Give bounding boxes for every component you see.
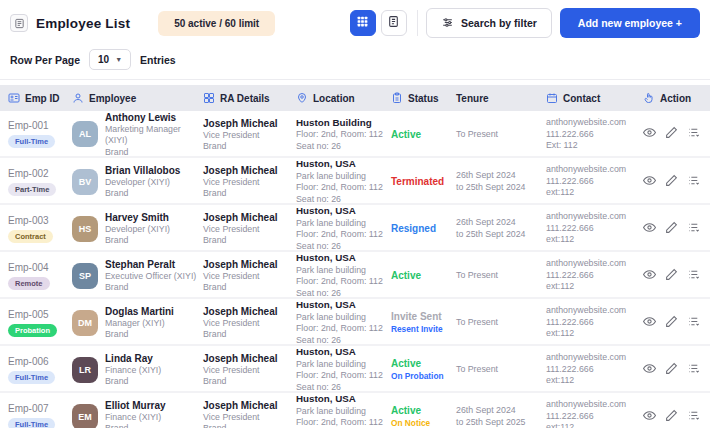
location-lines: Park lane buildingFloor: 2nd, Room: 112S… bbox=[296, 265, 391, 299]
employee-cell: LR Linda Ray Finance (XIYI) Brand bbox=[72, 352, 203, 388]
tenure-cell: 26th Sept 2024to 25th Sept 2024 bbox=[456, 217, 546, 240]
status-sub-link[interactable]: Resent Invite bbox=[391, 324, 456, 335]
status-cell: Resigned bbox=[391, 222, 456, 236]
employee-info: Brian Villalobos Developer (XIYI) Brand bbox=[105, 164, 180, 200]
ra-details-cell: Joseph Micheal Vice President Brand bbox=[203, 211, 296, 247]
edit-button[interactable] bbox=[665, 221, 678, 237]
emp-id-cell: Emp-003 Contract bbox=[8, 215, 72, 243]
employee-info: Doglas Martini Manager (XIYI) Brand bbox=[105, 305, 174, 341]
employee-name[interactable]: Brian Villalobos bbox=[105, 164, 180, 177]
tenure-cell: 26th Sept 2024to 25th Sept 2024 bbox=[456, 170, 546, 193]
employee-name[interactable]: Doglas Martini bbox=[105, 305, 174, 318]
ra-details-cell: Joseph Micheal Vice President Brand bbox=[203, 305, 296, 341]
view-button[interactable] bbox=[643, 174, 656, 190]
location-cell: Huston, USA Park lane buildingFloor: 2nd… bbox=[296, 299, 391, 346]
column-header-label: Contact bbox=[563, 93, 600, 104]
more-options-button[interactable] bbox=[687, 315, 700, 331]
view-button[interactable] bbox=[643, 268, 656, 284]
list-view-button[interactable] bbox=[381, 10, 407, 36]
clipboard-icon bbox=[391, 92, 403, 104]
location-lines: Park lane buildingFloor: 2nd, Room: 112S… bbox=[296, 359, 391, 393]
eye-icon bbox=[643, 268, 656, 284]
more-options-button[interactable] bbox=[687, 362, 700, 378]
edit-button[interactable] bbox=[665, 409, 678, 425]
employee-name[interactable]: Stephan Peralt bbox=[105, 258, 196, 271]
column-header: Status bbox=[391, 92, 456, 104]
view-button[interactable] bbox=[643, 315, 656, 331]
employee-dept: Brand bbox=[105, 147, 199, 158]
ra-role: Vice President bbox=[203, 224, 296, 235]
status-cell: Active On Notice bbox=[391, 404, 456, 428]
status-label: Active bbox=[391, 128, 456, 142]
avatar: DM bbox=[72, 310, 98, 336]
table-row: Emp-003 Contract HS Harvey Smith Develop… bbox=[0, 205, 710, 252]
employment-type-badge: Contract bbox=[8, 230, 53, 243]
ra-dept: Brand bbox=[203, 188, 296, 199]
ra-details-cell: Joseph Micheal Vice President Brand bbox=[203, 164, 296, 200]
employment-type-badge: Part-Time bbox=[8, 183, 56, 196]
view-button[interactable] bbox=[643, 126, 656, 142]
employee-name[interactable]: Harvey Smith bbox=[105, 211, 170, 224]
more-options-button[interactable] bbox=[687, 126, 700, 142]
employment-type-badge: Full-Time bbox=[8, 371, 55, 384]
employee-cell: AL Anthony Lewis Marketing Manager (XIYI… bbox=[72, 111, 203, 158]
edit-button[interactable] bbox=[665, 126, 678, 142]
grid-view-button[interactable] bbox=[350, 10, 376, 36]
avatar: BV bbox=[72, 169, 98, 195]
ra-name: Joseph Micheal bbox=[203, 117, 296, 130]
employee-name[interactable]: Anthony Lewis bbox=[105, 111, 199, 124]
ra-details-cell: Joseph Micheal Vice President Brand bbox=[203, 352, 296, 388]
more-options-button[interactable] bbox=[687, 174, 700, 190]
employee-name[interactable]: Linda Ray bbox=[105, 352, 161, 365]
ra-role: Vice President bbox=[203, 177, 296, 188]
view-button[interactable] bbox=[643, 362, 656, 378]
edit-button[interactable] bbox=[665, 268, 678, 284]
ra-dept: Brand bbox=[203, 376, 296, 387]
status-sub-link[interactable]: On Probation bbox=[391, 371, 456, 382]
location-title: Huston, USA bbox=[296, 393, 391, 406]
more-options-button[interactable] bbox=[687, 221, 700, 237]
grid-view-icon bbox=[356, 15, 369, 31]
action-cell bbox=[643, 174, 710, 190]
entries-label: Entries bbox=[140, 54, 176, 66]
edit-button[interactable] bbox=[665, 362, 678, 378]
employee-list-page: Employee List 50 active / 60 limit bbox=[0, 0, 710, 428]
title-wrap: Employee List bbox=[10, 14, 130, 32]
more-options-button[interactable] bbox=[687, 268, 700, 284]
ra-role: Vice President bbox=[203, 130, 296, 141]
emp-id-cell: Emp-005 Probation bbox=[8, 309, 72, 337]
edit-button[interactable] bbox=[665, 174, 678, 190]
more-options-button[interactable] bbox=[687, 409, 700, 425]
status-cell: Terminated bbox=[391, 175, 456, 189]
column-header-label: Tenure bbox=[456, 93, 489, 104]
ra-details-cell: Joseph Micheal Vice President Brand bbox=[203, 117, 296, 153]
employee-info: Stephan Peralt Executive Officer (XIYI) … bbox=[105, 258, 196, 294]
view-button[interactable] bbox=[643, 221, 656, 237]
emp-id-cell: Emp-004 Remote bbox=[8, 262, 72, 290]
table-body: Emp-001 Full-Time AL Anthony Lewis Marke… bbox=[0, 111, 710, 428]
chevron-down-icon: ▼ bbox=[115, 56, 122, 63]
emp-id: Emp-002 bbox=[8, 168, 49, 179]
avatar: AL bbox=[72, 121, 98, 147]
employment-type-badge: Remote bbox=[8, 277, 50, 290]
status-cell: Active bbox=[391, 128, 456, 142]
page-size-value: 10 bbox=[98, 54, 109, 65]
location-title: Huston, USA bbox=[296, 299, 391, 312]
page-size-select[interactable]: 10 ▼ bbox=[89, 49, 131, 70]
edit-button[interactable] bbox=[665, 315, 678, 331]
status-label: Active bbox=[391, 404, 456, 418]
pencil-icon bbox=[665, 315, 678, 331]
employee-name[interactable]: Elliot Murray bbox=[105, 399, 166, 412]
avatar: EM bbox=[72, 404, 98, 428]
add-new-employee-button[interactable]: Add new employee + bbox=[560, 8, 700, 38]
view-button[interactable] bbox=[643, 409, 656, 425]
status-label: Active bbox=[391, 269, 456, 283]
list-dropdown-icon bbox=[687, 362, 700, 378]
emp-id-cell: Emp-002 Part-Time bbox=[8, 168, 72, 196]
employee-role: Marketing Manager (XIYI) bbox=[105, 124, 199, 147]
employee-role: Developer (XIYI) bbox=[105, 177, 180, 188]
search-by-filter-button[interactable]: Search by filter bbox=[426, 8, 552, 38]
status-sub-link[interactable]: On Notice bbox=[391, 418, 456, 428]
action-cell bbox=[643, 409, 710, 425]
list-dropdown-icon bbox=[687, 174, 700, 190]
